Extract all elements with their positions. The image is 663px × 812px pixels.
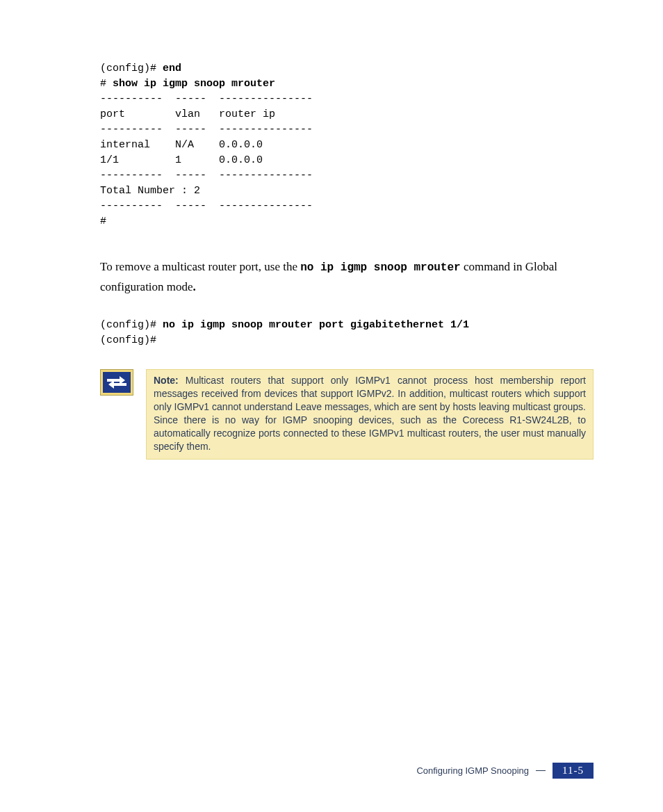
sep: ---------- ----- --------------- xyxy=(100,124,313,136)
code-block-2: (config)# no ip igmp snoop mrouter port … xyxy=(100,318,594,348)
inline-command: no ip igmp snoop mrouter xyxy=(300,261,460,274)
sep: ---------- ----- --------------- xyxy=(100,200,313,212)
remove-router-paragraph: To remove a multicast router port, use t… xyxy=(100,257,594,297)
sep: ---------- ----- --------------- xyxy=(100,93,313,105)
prompt: (config)# xyxy=(100,319,163,331)
page-number-badge: 11-5 xyxy=(552,763,594,779)
footer-caption: Configuring IGMP Snooping xyxy=(416,765,529,776)
footer-dash xyxy=(536,770,546,771)
para-period: . xyxy=(193,280,196,293)
command-no: no ip igmp snoop mrouter port gigabiteth… xyxy=(163,319,469,331)
arrows-icon xyxy=(106,375,128,390)
command-show: show ip igmp snoop mrouter xyxy=(113,78,275,90)
total: Total Number : 2 xyxy=(100,185,200,197)
sep: ---------- ----- --------------- xyxy=(100,170,313,181)
prompt: # xyxy=(100,78,113,90)
page-footer: Configuring IGMP Snooping 11-5 xyxy=(416,763,594,779)
para-text-1: To remove a multicast router port, use t… xyxy=(100,260,300,273)
note-label: Note: xyxy=(154,375,179,386)
note-icon xyxy=(100,369,133,396)
note-body: Multicast routers that support only IGMP… xyxy=(154,375,586,452)
prompt: (config)# xyxy=(100,63,163,74)
row-internal: internal N/A 0.0.0.0 xyxy=(100,139,263,151)
page-content: (config)# end # show ip igmp snoop mrout… xyxy=(0,0,663,460)
note-box: Note: Multicast routers that support onl… xyxy=(146,369,594,460)
command-end: end xyxy=(163,63,181,74)
prompt: (config)# xyxy=(100,334,156,346)
prompt: # xyxy=(100,216,106,227)
code-block-1: (config)# end # show ip igmp snoop mrout… xyxy=(100,61,594,229)
row-port: 1/1 1 0.0.0.0 xyxy=(100,154,263,166)
header-row: port vlan router ip xyxy=(100,108,275,120)
note-container: Note: Multicast routers that support onl… xyxy=(100,369,594,460)
